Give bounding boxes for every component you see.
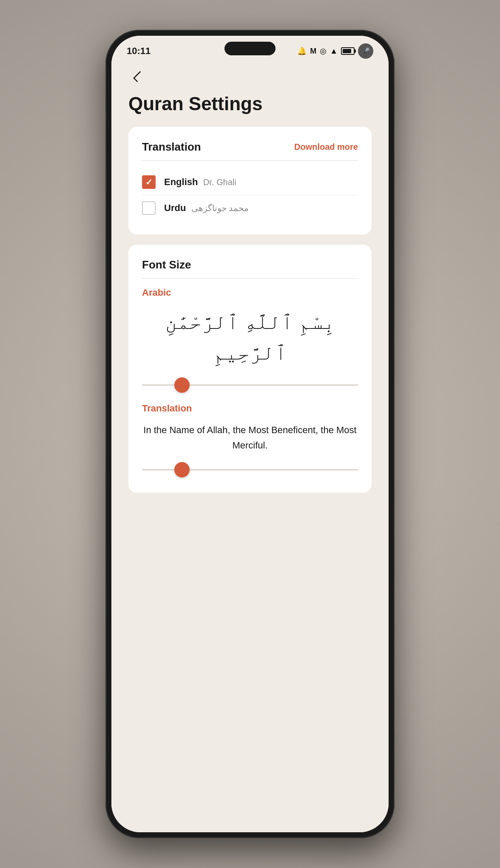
english-label-group: English Dr. Ghali (164, 177, 236, 188)
translation-font-label: Translation (142, 403, 358, 414)
translation-slider-track (142, 469, 358, 471)
status-icons-right: 🔔 M ◎ ▲ (297, 43, 373, 59)
arabic-slider-thumb[interactable] (174, 377, 190, 393)
wifi-icon: ▲ (330, 47, 338, 56)
translation-slider-thumb[interactable] (174, 462, 190, 477)
checkmark-icon: ✓ (145, 178, 153, 186)
download-more-button[interactable]: Download more (294, 142, 358, 152)
back-button[interactable] (128, 66, 149, 87)
phone-screen: 10:11 🔔 M ◎ ▲ (111, 36, 389, 832)
notification-icon: 🔔 (297, 46, 307, 56)
english-language-label: English (164, 177, 198, 187)
content-area: Quran Settings Translation Download more… (111, 66, 389, 832)
translation-card: Translation Download more ✓ English Dr. … (128, 127, 372, 234)
font-size-divider (142, 278, 358, 279)
arabic-slider-container[interactable] (142, 380, 358, 394)
translation-section-title: Translation (142, 140, 201, 154)
battery-icon (341, 47, 355, 55)
gmail-icon: M (310, 47, 316, 56)
arabic-label: Arabic (142, 287, 358, 298)
back-arrow-icon (133, 71, 145, 83)
translation-item-urdu[interactable]: Urdu محمد جوناگزھی (142, 195, 358, 221)
english-checkbox[interactable]: ✓ (142, 175, 156, 189)
urdu-language-label: Urdu (164, 203, 186, 213)
translation-slider-container[interactable] (142, 465, 358, 479)
font-size-title: Font Size (142, 258, 191, 271)
translation-divider (142, 160, 358, 161)
urdu-author-label: محمد جوناگزھی (191, 203, 249, 213)
english-author-label: Dr. Ghali (203, 177, 236, 187)
page-title: Quran Settings (128, 94, 372, 114)
font-size-card: Font Size Arabic بِسْمِ ٱللَّهِ ٱلرَّحْم… (128, 245, 372, 492)
arabic-text-preview: بِسْمِ ٱللَّهِ ٱلرَّحْمَٰنِ ٱلرَّحِيمِ (142, 307, 358, 368)
translation-text-preview: In the Name of Allah, the Most Beneficen… (142, 423, 358, 452)
status-bar: 10:11 🔔 M ◎ ▲ (111, 36, 389, 66)
location-icon: ◎ (320, 46, 327, 56)
mic-button[interactable] (358, 43, 373, 59)
status-time: 10:11 (127, 46, 151, 57)
urdu-label-group: Urdu محمد جوناگزھی (164, 203, 249, 214)
translation-header: Translation Download more (142, 140, 358, 154)
camera-pill (224, 42, 276, 55)
phone-frame: 10:11 🔔 M ◎ ▲ (105, 30, 395, 838)
urdu-checkbox[interactable] (142, 201, 156, 215)
arabic-slider-track (142, 384, 358, 386)
translation-item-english[interactable]: ✓ English Dr. Ghali (142, 169, 358, 195)
font-size-header: Font Size (142, 258, 358, 271)
